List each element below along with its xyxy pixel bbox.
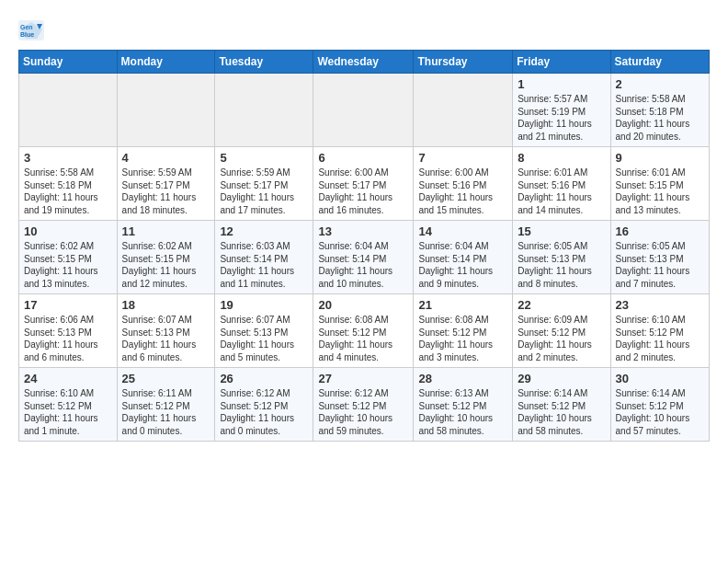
day-info: Sunrise: 6:14 AM Sunset: 5:12 PM Dayligh… (616, 387, 704, 437)
calendar-cell: 8Sunrise: 6:01 AM Sunset: 5:16 PM Daylig… (513, 147, 610, 221)
day-number: 19 (220, 298, 308, 312)
day-number: 25 (122, 372, 210, 385)
day-info: Sunrise: 6:07 AM Sunset: 5:13 PM Dayligh… (220, 314, 308, 363)
day-info: Sunrise: 6:00 AM Sunset: 5:17 PM Dayligh… (318, 167, 408, 216)
calendar-cell: 14Sunrise: 6:04 AM Sunset: 5:14 PM Dayli… (414, 221, 513, 294)
calendar-cell: 27Sunrise: 6:12 AM Sunset: 5:12 PM Dayli… (313, 368, 414, 442)
weekday-monday: Monday (117, 51, 215, 74)
calendar-cell: 3Sunrise: 5:58 AM Sunset: 5:18 PM Daylig… (19, 147, 118, 221)
day-info: Sunrise: 6:08 AM Sunset: 5:12 PM Dayligh… (318, 314, 408, 363)
calendar-cell (19, 74, 118, 147)
calendar-cell: 28Sunrise: 6:13 AM Sunset: 5:12 PM Dayli… (414, 368, 513, 442)
day-number: 10 (24, 224, 112, 238)
week-row-1: 3Sunrise: 5:58 AM Sunset: 5:18 PM Daylig… (19, 147, 710, 221)
day-info: Sunrise: 6:10 AM Sunset: 5:12 PM Dayligh… (616, 314, 704, 363)
day-number: 1 (518, 77, 605, 91)
day-number: 6 (318, 151, 408, 165)
day-number: 30 (616, 372, 704, 385)
week-row-3: 17Sunrise: 6:06 AM Sunset: 5:13 PM Dayli… (19, 294, 710, 368)
calendar-cell: 5Sunrise: 5:59 AM Sunset: 5:17 PM Daylig… (215, 147, 313, 221)
calendar-cell: 24Sunrise: 6:10 AM Sunset: 5:12 PM Dayli… (19, 368, 118, 442)
day-number: 23 (616, 298, 704, 312)
calendar-cell: 1Sunrise: 5:57 AM Sunset: 5:19 PM Daylig… (513, 74, 610, 147)
calendar-cell (215, 74, 313, 147)
header: Gen Blue (18, 17, 710, 40)
day-info: Sunrise: 6:01 AM Sunset: 5:15 PM Dayligh… (616, 167, 704, 216)
day-number: 20 (318, 298, 408, 312)
calendar-cell: 15Sunrise: 6:05 AM Sunset: 5:13 PM Dayli… (513, 221, 610, 294)
day-number: 21 (418, 298, 507, 312)
day-info: Sunrise: 6:07 AM Sunset: 5:13 PM Dayligh… (122, 314, 210, 363)
day-number: 3 (24, 151, 112, 165)
day-number: 9 (616, 151, 704, 165)
calendar-cell: 12Sunrise: 6:03 AM Sunset: 5:14 PM Dayli… (215, 221, 313, 294)
week-row-0: 1Sunrise: 5:57 AM Sunset: 5:19 PM Daylig… (19, 74, 710, 147)
day-info: Sunrise: 6:13 AM Sunset: 5:12 PM Dayligh… (418, 387, 507, 437)
calendar-cell: 25Sunrise: 6:11 AM Sunset: 5:12 PM Dayli… (117, 368, 215, 442)
day-info: Sunrise: 6:02 AM Sunset: 5:15 PM Dayligh… (122, 240, 210, 290)
day-info: Sunrise: 6:08 AM Sunset: 5:12 PM Dayligh… (418, 314, 507, 363)
calendar-cell: 6Sunrise: 6:00 AM Sunset: 5:17 PM Daylig… (313, 147, 414, 221)
day-number: 17 (24, 298, 112, 312)
day-info: Sunrise: 6:09 AM Sunset: 5:12 PM Dayligh… (518, 314, 605, 363)
day-number: 27 (318, 372, 408, 385)
day-number: 13 (318, 224, 408, 238)
calendar-table: SundayMondayTuesdayWednesdayThursdayFrid… (18, 50, 710, 442)
calendar-cell: 10Sunrise: 6:02 AM Sunset: 5:15 PM Dayli… (19, 221, 118, 294)
week-row-4: 24Sunrise: 6:10 AM Sunset: 5:12 PM Dayli… (19, 368, 710, 442)
calendar-cell: 20Sunrise: 6:08 AM Sunset: 5:12 PM Dayli… (313, 294, 414, 368)
day-info: Sunrise: 6:04 AM Sunset: 5:14 PM Dayligh… (418, 240, 507, 290)
day-number: 4 (122, 151, 210, 165)
day-info: Sunrise: 6:12 AM Sunset: 5:12 PM Dayligh… (220, 387, 308, 437)
day-number: 24 (24, 372, 112, 385)
svg-text:Blue: Blue (20, 31, 34, 38)
calendar-body: 1Sunrise: 5:57 AM Sunset: 5:19 PM Daylig… (19, 74, 710, 442)
day-number: 8 (518, 151, 605, 165)
calendar-cell: 23Sunrise: 6:10 AM Sunset: 5:12 PM Dayli… (610, 294, 709, 368)
weekday-saturday: Saturday (610, 51, 709, 74)
day-info: Sunrise: 5:59 AM Sunset: 5:17 PM Dayligh… (220, 167, 308, 216)
calendar-cell: 29Sunrise: 6:14 AM Sunset: 5:12 PM Dayli… (513, 368, 610, 442)
day-info: Sunrise: 6:04 AM Sunset: 5:14 PM Dayligh… (318, 240, 408, 290)
day-number: 28 (418, 372, 507, 385)
day-info: Sunrise: 6:06 AM Sunset: 5:13 PM Dayligh… (24, 314, 112, 363)
calendar-cell: 9Sunrise: 6:01 AM Sunset: 5:15 PM Daylig… (610, 147, 709, 221)
week-row-2: 10Sunrise: 6:02 AM Sunset: 5:15 PM Dayli… (19, 221, 710, 294)
day-number: 15 (518, 224, 605, 238)
calendar-cell: 19Sunrise: 6:07 AM Sunset: 5:13 PM Dayli… (215, 294, 313, 368)
logo: Gen Blue (18, 20, 48, 40)
calendar-cell: 7Sunrise: 6:00 AM Sunset: 5:16 PM Daylig… (414, 147, 513, 221)
weekday-wednesday: Wednesday (313, 51, 414, 74)
calendar-cell: 18Sunrise: 6:07 AM Sunset: 5:13 PM Dayli… (117, 294, 215, 368)
day-number: 7 (418, 151, 507, 165)
calendar-cell: 26Sunrise: 6:12 AM Sunset: 5:12 PM Dayli… (215, 368, 313, 442)
day-number: 29 (518, 372, 605, 385)
day-info: Sunrise: 6:05 AM Sunset: 5:13 PM Dayligh… (616, 240, 704, 290)
calendar-cell: 22Sunrise: 6:09 AM Sunset: 5:12 PM Dayli… (513, 294, 610, 368)
day-number: 5 (220, 151, 308, 165)
day-number: 26 (220, 372, 308, 385)
day-info: Sunrise: 5:58 AM Sunset: 5:18 PM Dayligh… (24, 167, 112, 216)
day-info: Sunrise: 6:10 AM Sunset: 5:12 PM Dayligh… (24, 387, 112, 437)
day-number: 16 (616, 224, 704, 238)
weekday-header-row: SundayMondayTuesdayWednesdayThursdayFrid… (19, 51, 710, 74)
day-number: 18 (122, 298, 210, 312)
weekday-thursday: Thursday (414, 51, 513, 74)
calendar-cell: 16Sunrise: 6:05 AM Sunset: 5:13 PM Dayli… (610, 221, 709, 294)
calendar-header: SundayMondayTuesdayWednesdayThursdayFrid… (19, 51, 710, 74)
calendar-cell: 2Sunrise: 5:58 AM Sunset: 5:18 PM Daylig… (610, 74, 709, 147)
day-number: 12 (220, 224, 308, 238)
calendar-cell (414, 74, 513, 147)
day-info: Sunrise: 6:14 AM Sunset: 5:12 PM Dayligh… (518, 387, 605, 437)
day-number: 14 (418, 224, 507, 238)
weekday-sunday: Sunday (19, 51, 118, 74)
day-info: Sunrise: 6:00 AM Sunset: 5:16 PM Dayligh… (418, 167, 507, 216)
calendar-cell: 17Sunrise: 6:06 AM Sunset: 5:13 PM Dayli… (19, 294, 118, 368)
logo-icon: Gen Blue (18, 20, 44, 40)
day-info: Sunrise: 5:58 AM Sunset: 5:18 PM Dayligh… (616, 93, 704, 143)
svg-text:Gen: Gen (20, 24, 33, 30)
weekday-tuesday: Tuesday (215, 51, 313, 74)
calendar-cell (117, 74, 215, 147)
day-info: Sunrise: 6:05 AM Sunset: 5:13 PM Dayligh… (518, 240, 605, 290)
calendar-cell: 13Sunrise: 6:04 AM Sunset: 5:14 PM Dayli… (313, 221, 414, 294)
